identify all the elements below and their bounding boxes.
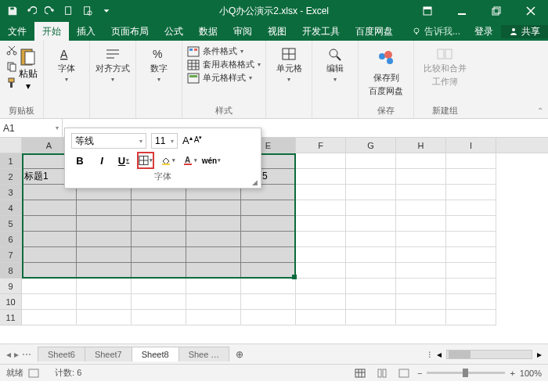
sheet-tab-truncated[interactable]: Shee … <box>178 347 230 361</box>
copy-icon[interactable] <box>5 60 18 75</box>
zoom-out[interactable]: − <box>417 369 422 378</box>
mini-font-name[interactable]: 等线▾ <box>71 133 146 149</box>
mini-grow-shrink-font[interactable]: A▴A▾ <box>182 135 202 146</box>
mini-underline[interactable]: U▾ <box>115 152 132 169</box>
row-header-10[interactable]: 10 <box>0 294 22 310</box>
redo-icon[interactable] <box>44 5 56 17</box>
sheet-tab-6[interactable]: Sheet6 <box>38 347 85 361</box>
group-label-save: 保存 <box>377 103 395 118</box>
format-as-table[interactable]: 套用表格格式▾ <box>187 59 261 70</box>
sheet-tab-7[interactable]: Sheet7 <box>85 347 132 361</box>
zoom-in[interactable]: + <box>510 369 514 378</box>
row-header-3[interactable]: 3 <box>0 185 22 200</box>
font-button[interactable]: A 字体 ▾ <box>49 44 85 83</box>
dialog-launcher-icon[interactable]: ◢ <box>252 178 258 186</box>
tab-data[interactable]: 数据 <box>191 22 225 41</box>
cut-icon[interactable] <box>5 44 18 59</box>
svg-rect-25 <box>188 60 199 70</box>
alignment-button[interactable]: 对齐方式 ▾ <box>95 44 131 83</box>
sheet-nav-last[interactable]: ▸ <box>14 349 19 360</box>
tab-file[interactable]: 文件 <box>0 22 34 41</box>
restore-icon[interactable] <box>479 0 514 22</box>
zoom-level[interactable]: 100% <box>520 369 542 378</box>
row-header-8[interactable]: 8 <box>0 263 22 279</box>
row-header-11[interactable]: 11 <box>0 310 22 325</box>
row-header-5[interactable]: 5 <box>0 216 22 232</box>
col-header-F[interactable]: F <box>296 138 346 153</box>
paste-button[interactable]: 粘贴 ▾ <box>18 47 38 92</box>
svg-point-32 <box>387 58 393 64</box>
mini-bold[interactable]: B <box>71 152 88 169</box>
hscroll-right[interactable]: ▸ <box>537 349 542 360</box>
macro-icon[interactable] <box>28 369 39 378</box>
close-icon[interactable] <box>514 0 548 22</box>
share-button[interactable]: 共享 <box>501 25 548 38</box>
cell-styles[interactable]: 单元格样式▾ <box>187 72 252 84</box>
mini-italic[interactable]: I <box>93 152 110 169</box>
sheet-nav-more[interactable]: ⋯ <box>22 349 31 360</box>
svg-rect-0 <box>10 8 13 10</box>
sheet-nav-first[interactable]: ◂ <box>6 349 11 360</box>
collapse-ribbon-icon[interactable]: ⌃ <box>537 106 543 115</box>
new-sheet-button[interactable]: ⊕ <box>232 347 247 362</box>
row-header-2[interactable]: 2 <box>0 169 22 185</box>
save-icon[interactable] <box>6 5 19 17</box>
ribbon-display-icon[interactable] <box>410 0 445 22</box>
format-painter-icon[interactable] <box>5 77 18 92</box>
mini-borders[interactable]: ▾ <box>137 152 154 169</box>
minimize-icon[interactable] <box>445 0 479 22</box>
editing-button[interactable]: 编辑 ▾ <box>317 44 353 83</box>
cells-button[interactable]: 单元格 ▾ <box>271 44 307 83</box>
group-label-new: 新建组 <box>432 103 458 118</box>
row-header-4[interactable]: 4 <box>0 200 22 216</box>
tab-baidu[interactable]: 百度网盘 <box>348 22 401 41</box>
row-header-7[interactable]: 7 <box>0 247 22 263</box>
paste-icon <box>18 47 38 67</box>
tab-view[interactable]: 视图 <box>260 22 294 41</box>
svg-point-9 <box>414 28 419 33</box>
baidu-cloud-icon <box>374 47 398 70</box>
mini-font-color[interactable]: A▾ <box>181 152 198 169</box>
group-label-styles: 样式 <box>215 103 233 118</box>
hscroll-track[interactable] <box>446 350 532 359</box>
tell-me[interactable]: 告诉我... <box>406 25 467 38</box>
view-page-break-icon[interactable] <box>395 367 413 379</box>
new-icon[interactable] <box>63 5 75 17</box>
tab-insert[interactable]: 插入 <box>69 22 103 41</box>
select-all[interactable] <box>0 138 22 153</box>
save-to-baidu-button[interactable]: 保存到 百度网盘 <box>363 44 409 97</box>
align-icon <box>105 47 121 61</box>
col-header-G[interactable]: G <box>346 138 396 153</box>
view-normal-icon[interactable] <box>352 367 369 379</box>
zoom-knob[interactable] <box>463 369 468 377</box>
tab-developer[interactable]: 开发工具 <box>294 22 348 41</box>
tab-review[interactable]: 审阅 <box>225 22 260 41</box>
print-preview-icon[interactable] <box>81 5 94 17</box>
number-button[interactable]: % 数字 ▾ <box>141 44 177 83</box>
conditional-formatting[interactable]: 条件格式▾ <box>187 45 243 57</box>
mini-fill-color[interactable]: ▾ <box>159 152 176 169</box>
mini-font-size[interactable]: 11▾ <box>151 133 178 149</box>
tab-page-layout[interactable]: 页面布局 <box>103 22 157 41</box>
mini-phonetic[interactable]: wén▾ <box>203 152 220 169</box>
login-link[interactable]: 登录 <box>467 25 501 38</box>
row-header-6[interactable]: 6 <box>0 232 22 247</box>
sheet-tab-8[interactable]: Sheet8 <box>132 347 179 361</box>
undo-icon[interactable] <box>25 5 38 17</box>
col-header-H[interactable]: H <box>396 138 446 153</box>
person-icon <box>509 27 518 36</box>
svg-rect-5 <box>424 7 431 9</box>
percent-icon: % <box>151 47 167 61</box>
row-header-9[interactable]: 9 <box>0 279 22 294</box>
tab-home[interactable]: 开始 <box>34 22 69 41</box>
status-bar: 就绪 计数: 6 − + 100% <box>0 364 548 381</box>
hscroll-left[interactable]: ◂ <box>437 349 442 360</box>
row-header-1[interactable]: 1 <box>0 153 22 169</box>
tab-formulas[interactable]: 公式 <box>157 22 191 41</box>
qat-dropdown-icon[interactable] <box>100 5 113 17</box>
view-page-layout-icon[interactable] <box>373 367 391 379</box>
name-box[interactable]: A1 ▾ <box>0 119 63 137</box>
hscroll-thumb[interactable] <box>449 351 470 358</box>
zoom-slider[interactable] <box>427 372 505 374</box>
col-header-I[interactable]: I <box>446 138 496 153</box>
